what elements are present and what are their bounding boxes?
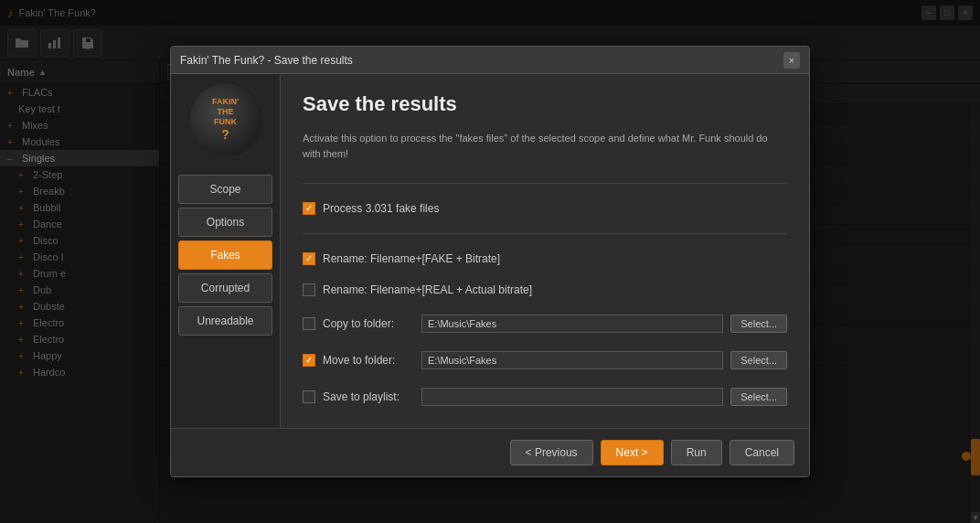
nav-scope-button[interactable]: Scope bbox=[178, 175, 272, 204]
dialog-overlay: Fakin' The Funk? - Save the results × FA… bbox=[0, 0, 980, 523]
playlist-select-button[interactable]: Select... bbox=[730, 388, 787, 406]
dialog-footer: < Previous Next > Run Cancel bbox=[171, 428, 809, 476]
nav-fakes-button[interactable]: Fakes bbox=[178, 240, 272, 270]
process-option-row: ✓ Process 3.031 fake files bbox=[303, 198, 787, 219]
move-label: Move to folder: bbox=[323, 354, 414, 367]
rename-fake-option-row: ✓ Rename: Filename+[FAKE + Bitrate] bbox=[303, 249, 787, 269]
logo-text: FAKIN' THE FUNK ? bbox=[212, 97, 239, 142]
nav-options-button[interactable]: Options bbox=[178, 208, 272, 237]
move-folder-input[interactable] bbox=[421, 351, 723, 369]
playlist-checkbox[interactable] bbox=[303, 390, 315, 403]
nav-unreadable-button[interactable]: Unreadable bbox=[178, 306, 272, 336]
copy-folder-option-row: Copy to folder: Select... bbox=[303, 311, 787, 336]
logo-circle: FAKIN' THE FUNK ? bbox=[189, 83, 262, 156]
rename-real-checkbox[interactable] bbox=[303, 283, 315, 296]
dialog-content: Save the results Activate this option to… bbox=[281, 74, 809, 428]
checkmark-3: ✓ bbox=[305, 356, 313, 365]
process-checkbox[interactable]: ✓ bbox=[303, 202, 315, 215]
next-button[interactable]: Next > bbox=[601, 440, 664, 465]
previous-button[interactable]: < Previous bbox=[510, 440, 593, 465]
checkmark-2: ✓ bbox=[305, 254, 313, 263]
rename-fake-checkbox[interactable]: ✓ bbox=[303, 252, 315, 265]
rename-real-label: Rename: Filename+[REAL + Actual bitrate] bbox=[323, 283, 532, 296]
rename-fake-label: Rename: Filename+[FAKE + Bitrate] bbox=[323, 252, 500, 265]
dialog-main-title: Save the results bbox=[303, 92, 787, 116]
playlist-option-row: Save to playlist: Select... bbox=[303, 384, 787, 410]
copy-select-button[interactable]: Select... bbox=[730, 315, 787, 333]
copy-label: Copy to folder: bbox=[323, 317, 414, 330]
divider-1 bbox=[303, 183, 787, 184]
move-checkbox[interactable]: ✓ bbox=[303, 354, 315, 367]
dialog-subtitle: Activate this option to process the "fak… bbox=[303, 131, 787, 161]
process-label: Process 3.031 fake files bbox=[323, 202, 439, 215]
rename-real-option-row: Rename: Filename+[REAL + Actual bitrate] bbox=[303, 280, 787, 300]
playlist-label: Save to playlist: bbox=[323, 390, 414, 403]
copy-folder-input[interactable] bbox=[421, 315, 723, 333]
copy-checkbox[interactable] bbox=[303, 317, 315, 330]
dialog-body: FAKIN' THE FUNK ? Scope Options Fakes Co… bbox=[171, 74, 809, 428]
dialog-title: Fakin' The Funk? - Save the results bbox=[180, 54, 353, 67]
move-folder-option-row: ✓ Move to folder: Select... bbox=[303, 347, 787, 373]
run-button[interactable]: Run bbox=[671, 440, 722, 465]
playlist-input[interactable] bbox=[421, 388, 723, 406]
divider-2 bbox=[303, 233, 787, 234]
checkmark: ✓ bbox=[305, 204, 313, 213]
cancel-button[interactable]: Cancel bbox=[730, 440, 794, 465]
dialog-title-bar: Fakin' The Funk? - Save the results × bbox=[171, 47, 809, 74]
save-results-dialog: Fakin' The Funk? - Save the results × FA… bbox=[170, 46, 810, 477]
dialog-nav: FAKIN' THE FUNK ? Scope Options Fakes Co… bbox=[171, 74, 281, 428]
dialog-logo: FAKIN' THE FUNK ? bbox=[189, 83, 262, 156]
dialog-close-button[interactable]: × bbox=[783, 52, 800, 69]
nav-corrupted-button[interactable]: Corrupted bbox=[178, 273, 272, 303]
move-select-button[interactable]: Select... bbox=[730, 351, 787, 369]
